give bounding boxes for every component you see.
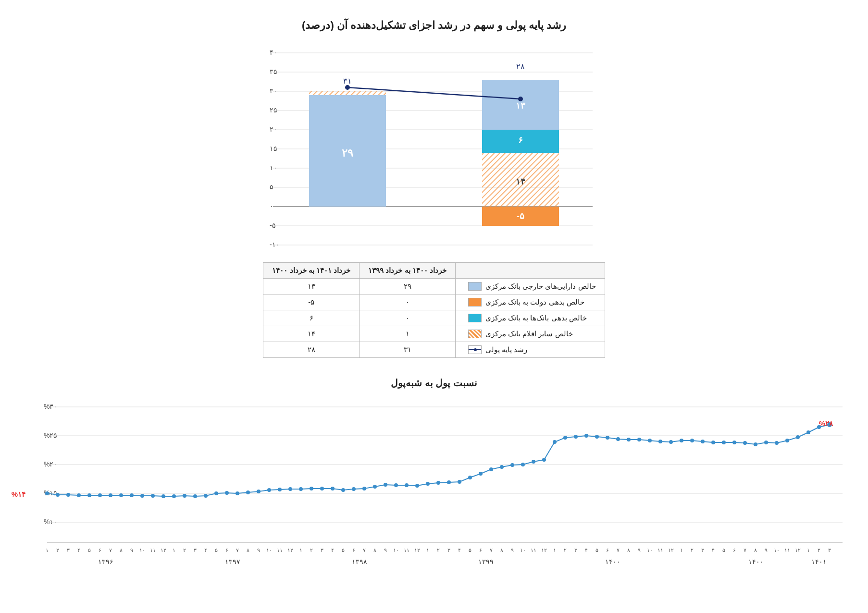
legend-col1-header: خرداد ۱۴۰۰ به خرداد ۱۳۹۹ [360, 263, 456, 279]
dot [754, 442, 757, 446]
year-1398: ۱۳۹۸ [352, 558, 367, 565]
svg-text:۸: ۸ [627, 547, 630, 553]
legend-row-5-val2: ۲۸ [263, 342, 360, 358]
svg-text:۳: ۳ [194, 547, 197, 553]
svg-text:۱۱: ۱۱ [404, 547, 409, 553]
dot [140, 494, 144, 498]
dot [352, 487, 356, 491]
svg-text:۴: ۴ [458, 547, 461, 553]
svg-text:۱۰-: ۱۰- [270, 241, 280, 248]
year-1401: ۱۴۰۱ [811, 558, 827, 565]
dot [426, 482, 430, 486]
svg-text:۷: ۷ [744, 547, 746, 553]
dot [151, 494, 155, 498]
svg-text:۳: ۳ [321, 547, 323, 553]
dot [119, 493, 123, 497]
dot [701, 440, 705, 443]
svg-text:۵: ۵ [595, 547, 598, 553]
legend-row-5-color [468, 345, 482, 354]
dot [362, 487, 366, 490]
legend-row-2: خالص بدهی دولت به بانک مرکزی ۰ ۵- [263, 294, 605, 310]
svg-text:۲: ۲ [818, 547, 820, 553]
bar2-line-label: ۲۸ [516, 62, 525, 71]
bar2-cyan-label: ۶ [518, 135, 523, 145]
dot [458, 480, 461, 484]
dot [288, 487, 292, 491]
legend-row-3: خالص بدهی بانک‌ها به بانک مرکزی ۰ ۶ [263, 310, 605, 326]
svg-text:۶: ۶ [225, 547, 228, 553]
dot-1396-1 [45, 491, 49, 495]
dot [616, 437, 620, 441]
dot [236, 491, 239, 495]
legend-row-1-val1: ۲۹ [360, 279, 456, 294]
dot [214, 491, 218, 495]
legend-row-3-color [468, 314, 482, 322]
dot [373, 485, 377, 489]
svg-text:۲۰: ۲۰ [270, 125, 277, 133]
svg-text:۴: ۴ [712, 547, 715, 553]
legend-row-4-val1: ۱ [360, 326, 456, 342]
legend-row-2-val2: ۵- [263, 294, 360, 310]
legend-row-1-label: خالص دارایی‌های خارجی بانک مرکزی [455, 279, 605, 294]
dot [489, 467, 493, 471]
legend-row-1-val2: ۱۳ [263, 279, 360, 294]
svg-text:۷: ۷ [490, 547, 493, 553]
dot [161, 494, 165, 498]
legend-row-2-val1: ۰ [360, 294, 456, 310]
bar1-label: ۲۹ [342, 147, 353, 159]
svg-text:۱: ۱ [426, 547, 429, 553]
bottom-chart-title: نسبت پول به شبه‌پول [19, 377, 849, 389]
svg-text:۸: ۸ [373, 547, 376, 553]
svg-text:۳۰: ۳۰ [270, 87, 277, 95]
svg-text:۳: ۳ [67, 547, 70, 553]
dot [732, 441, 736, 444]
svg-text:۸: ۸ [247, 547, 249, 553]
bar-chart-svg: ۴۰ ۳۵ ۳۰ ۲۵ ۲۰ ۱۵ ۱۰ ۵ ۰ ۵- ۱۰- [247, 41, 621, 257]
svg-text:۵: ۵ [469, 547, 471, 553]
dot [606, 436, 609, 440]
dot [436, 481, 440, 485]
dot [690, 439, 694, 442]
legend-row-3-val1: ۰ [360, 310, 456, 326]
line-chart-polyline [47, 425, 830, 496]
svg-text:۱: ۱ [173, 547, 175, 553]
svg-text:۹: ۹ [130, 547, 133, 553]
dot [796, 435, 800, 439]
top-chart-section: رشد پایه پولی و سهم در رشد اجزای تشکیل‌د… [19, 19, 849, 358]
svg-text:۲: ۲ [437, 547, 440, 553]
svg-text:۹: ۹ [384, 547, 387, 553]
svg-text:۱: ۱ [299, 547, 302, 553]
bar2-orange-label: ۵- [517, 211, 524, 221]
svg-text:۶: ۶ [99, 547, 101, 553]
dot [278, 488, 282, 491]
svg-text:۱: ۱ [807, 547, 810, 553]
svg-text:۲۵: ۲۵ [270, 106, 277, 114]
legend-row-5: رشد پایه پولی ۳۱ ۲۸ [263, 342, 605, 358]
legend-table-wrapper: خرداد ۱۴۰۰ به خرداد ۱۳۹۹ خرداد ۱۴۰۱ به خ… [19, 262, 849, 358]
svg-text:۲: ۲ [691, 547, 694, 553]
svg-text:۱: ۱ [680, 547, 683, 553]
svg-text:۱۲: ۱۲ [161, 547, 166, 553]
dot [500, 465, 504, 469]
dot [711, 441, 715, 444]
dot [267, 488, 271, 492]
svg-text:۷: ۷ [109, 547, 112, 553]
svg-text:۱: ۱ [46, 547, 49, 553]
dot [574, 435, 578, 439]
dot [87, 493, 91, 497]
bar2-lightblue-label: ۱۳ [516, 101, 525, 110]
svg-text:۱۱: ۱۱ [277, 547, 283, 553]
svg-text:۵: ۵ [215, 547, 218, 553]
year-1396: ۱۳۹۶ [98, 558, 113, 565]
svg-text:۳: ۳ [701, 547, 704, 553]
svg-text:۸: ۸ [500, 547, 503, 553]
dot [405, 483, 409, 487]
legend-row-5-label: رشد پایه پولی [455, 342, 605, 358]
svg-text:۱۲: ۱۲ [414, 547, 420, 553]
dot [510, 463, 514, 467]
svg-text:۷: ۷ [617, 547, 620, 553]
legend-row-2-color [468, 298, 482, 306]
svg-text:۲: ۲ [310, 547, 313, 553]
dot [341, 488, 345, 492]
svg-text:۱۱: ۱۱ [784, 547, 790, 553]
